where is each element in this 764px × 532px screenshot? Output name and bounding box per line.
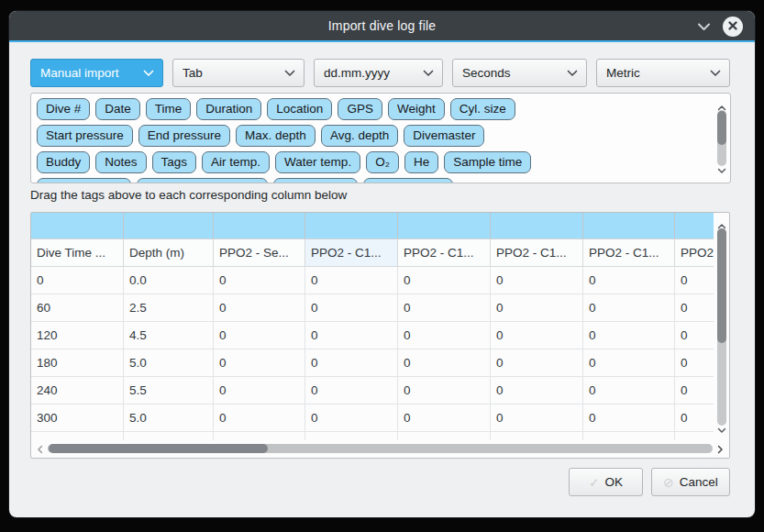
scroll-left-icon[interactable] (37, 441, 43, 458)
table-cell: 0 (583, 405, 675, 431)
tag-row: BuddyNotesTagsAir temp.Water temp.O₂HeSa… (37, 151, 710, 173)
cancel-button[interactable]: ⊘ Cancel (651, 468, 730, 496)
scroll-right-icon[interactable] (717, 441, 724, 458)
tag-chip[interactable]: Sample CNS (363, 178, 453, 183)
tag-chip[interactable]: Sample temperature (137, 178, 267, 183)
titlebar[interactable]: Import dive log file (9, 11, 755, 42)
table-cell: 5.0 (124, 405, 214, 431)
table-cell: 0 (491, 267, 583, 294)
column-drop-target[interactable] (583, 213, 675, 238)
table-cell: 0 (491, 294, 583, 321)
table-cell: 0 (675, 405, 714, 431)
close-window-button[interactable] (723, 17, 743, 37)
scroll-down-icon[interactable] (717, 161, 726, 178)
column-drop-target[interactable] (491, 213, 583, 238)
tag-chip[interactable]: GPS (338, 98, 382, 120)
table-row: 1204.5000000 (31, 322, 714, 349)
column-header: PPO2 - Se... (214, 239, 305, 266)
table-cell: 0 (398, 405, 491, 431)
tag-chip[interactable]: Time (146, 98, 192, 120)
table-cell: 5.0 (124, 349, 214, 376)
column-drop-target[interactable] (31, 213, 124, 238)
tag-panel-scrollbar[interactable] (715, 95, 728, 181)
tag-row: Start pressureEnd pressureMax. depthAvg.… (37, 125, 710, 147)
table-cell: 0 (583, 322, 675, 349)
table-cell: 0 (398, 294, 491, 321)
column-drop-target[interactable] (675, 213, 714, 238)
tag-chip[interactable]: Buddy (37, 151, 90, 173)
table-cell: 0.0 (124, 267, 214, 294)
tag-chip[interactable]: End pressure (138, 125, 230, 147)
tag-chip[interactable]: Sample depth (37, 178, 131, 183)
scroll-track[interactable] (48, 444, 713, 453)
table-cell: 0 (305, 294, 398, 321)
tag-chip[interactable]: Max. depth (236, 125, 316, 147)
tag-chip[interactable]: Divemaster (404, 125, 484, 147)
drag-hint: Drag the tags above to each correspondin… (30, 188, 347, 202)
table-cell: 5.5 (124, 377, 214, 404)
tag-chip[interactable]: Date (95, 98, 140, 120)
table-cell-partial (214, 432, 305, 440)
tag-chip[interactable]: Avg. depth (321, 125, 398, 147)
tag-chip[interactable]: Tags (152, 151, 197, 173)
ok-button[interactable]: ✓ OK (569, 468, 643, 496)
column-drop-target[interactable] (214, 213, 305, 238)
duration-format-select[interactable]: Seconds (452, 59, 587, 87)
table-cell: 60 (31, 294, 124, 321)
date-format-value: dd.mm.yyyy (324, 66, 423, 80)
window-title: Import dive log file (328, 18, 437, 33)
tag-chip[interactable]: Cyl. size (450, 98, 515, 120)
scroll-thumb[interactable] (717, 228, 726, 343)
column-header: PPO2 - C1... (398, 239, 491, 266)
import-mode-select[interactable]: Manual import (30, 59, 163, 87)
tag-chip[interactable]: Sample pO₂ (273, 178, 359, 183)
table-cell: 0 (675, 322, 714, 349)
chevron-down-icon (567, 66, 578, 80)
table-row: 2405.5000000 (31, 377, 714, 405)
column-header: Depth (m) (124, 239, 214, 266)
table-vertical-scrollbar[interactable] (715, 214, 728, 440)
table-cell: 0 (675, 377, 714, 404)
scroll-track[interactable] (717, 228, 726, 426)
tag-chip[interactable]: O₂ (366, 151, 399, 173)
table-row: 1805.0000000 (31, 349, 714, 377)
table-cell: 0 (675, 349, 714, 376)
column-header: PPO2 - C1... (305, 239, 398, 266)
column-drop-target[interactable] (305, 213, 398, 238)
table-cell: 180 (31, 349, 124, 376)
scroll-down-icon[interactable] (717, 421, 726, 438)
field-separator-select[interactable]: Tab (172, 59, 304, 87)
scroll-track[interactable] (717, 110, 726, 166)
column-drop-target[interactable] (124, 213, 214, 238)
table-cell: 0 (491, 405, 583, 431)
tag-chip[interactable]: Duration (196, 98, 261, 120)
scroll-thumb[interactable] (717, 111, 726, 145)
table-cell: 0 (305, 322, 398, 349)
dialog-content: Manual import Tab dd.mm.yyyy Seconds Met… (9, 44, 755, 517)
tag-chip[interactable]: Weight (388, 98, 445, 120)
tag-chip[interactable]: Notes (95, 151, 146, 173)
collapse-window-button[interactable] (697, 18, 711, 35)
tag-chip[interactable]: Air temp. (202, 151, 270, 173)
column-header: PPO2 (675, 239, 714, 266)
tag-row: Dive #DateTimeDurationLocationGPSWeightC… (37, 98, 710, 120)
tag-chip[interactable]: Sample time (444, 151, 531, 173)
duration-format-value: Seconds (462, 66, 567, 80)
tag-chip[interactable]: He (404, 151, 438, 173)
table-row: 602.5000000 (31, 294, 714, 322)
ok-button-label: OK (605, 475, 624, 489)
table-cell: 0 (214, 405, 305, 431)
column-drop-target[interactable] (398, 213, 491, 238)
tag-chip[interactable]: Dive # (37, 98, 90, 120)
table-cell-partial (583, 432, 675, 440)
date-format-select[interactable]: dd.mm.yyyy (314, 59, 443, 87)
table-horizontal-scrollbar[interactable] (32, 441, 728, 457)
table-cell-partial (124, 432, 214, 440)
tag-chip[interactable]: Location (267, 98, 332, 120)
units-select[interactable]: Metric (596, 59, 730, 87)
scroll-thumb[interactable] (49, 444, 268, 453)
tag-chip[interactable]: Water temp. (275, 151, 360, 173)
chevron-down-icon (710, 66, 721, 80)
table-cell: 0 (305, 377, 398, 404)
tag-chip[interactable]: Start pressure (37, 125, 133, 147)
